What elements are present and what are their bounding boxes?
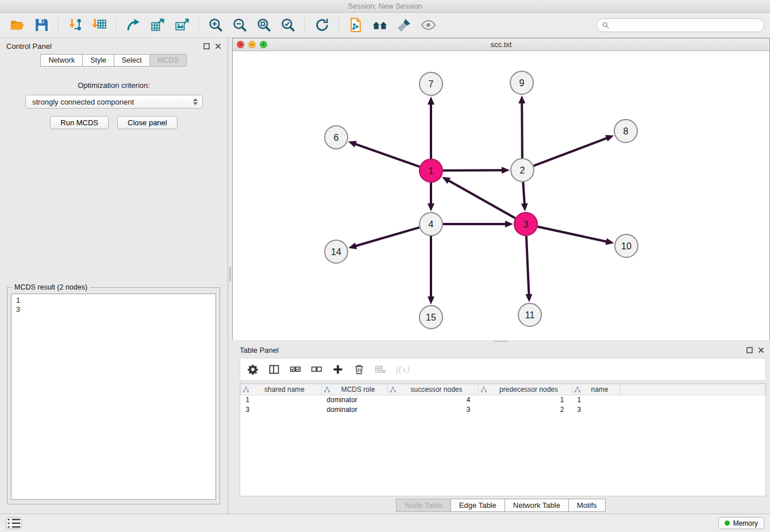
mcds-result-title: MCDS result (2 nodes) <box>12 283 90 291</box>
float-panel-icon[interactable] <box>203 43 210 49</box>
refresh-layout-button[interactable] <box>310 14 333 36</box>
graph-node-6[interactable]: 6 <box>325 126 348 149</box>
document-share-button[interactable] <box>344 14 367 36</box>
export-image-button[interactable] <box>170 14 193 36</box>
graph-node-14[interactable]: 14 <box>325 240 348 263</box>
graph-edge-2-8[interactable] <box>534 138 608 166</box>
graph-edge-arrowhead <box>605 135 614 141</box>
graph-edge-2-3[interactable] <box>523 182 525 205</box>
export-network-button[interactable] <box>122 14 145 36</box>
column-header-successor-nodes[interactable]: successor nodes <box>388 384 479 395</box>
graph-edge-arrowhead <box>428 296 434 304</box>
graph-edge-1-2[interactable] <box>443 170 503 171</box>
tab-edge-table[interactable]: Edge Table <box>451 499 505 512</box>
style-brush-button[interactable] <box>392 14 415 36</box>
graph-node-4[interactable]: 4 <box>419 213 442 236</box>
zoom-in-button[interactable] <box>204 14 227 36</box>
save-session-button[interactable] <box>30 14 53 36</box>
select-all-button[interactable] <box>290 364 301 375</box>
import-table-button[interactable] <box>88 14 111 36</box>
deselect-all-button[interactable] <box>311 364 322 375</box>
graph-node-1[interactable]: 1 <box>419 159 442 182</box>
tab-mcds[interactable]: MCDS <box>149 54 187 67</box>
graph-edge-3-11[interactable] <box>526 236 529 296</box>
graph-edge-4-14[interactable] <box>355 228 419 246</box>
style-brush-icon <box>396 17 412 33</box>
column-header-predecessor-nodes[interactable]: predecessor nodes <box>479 384 572 395</box>
optimization-criterion-select[interactable]: strongly connected component <box>25 95 203 109</box>
minimize-window-icon[interactable]: − <box>248 41 256 48</box>
memory-button[interactable]: Memory <box>718 517 764 529</box>
save-floppy-icon <box>34 17 49 33</box>
task-history-button[interactable] <box>6 517 22 529</box>
graph-node-3[interactable]: 3 <box>514 213 537 236</box>
show-hide-button[interactable] <box>417 14 440 36</box>
search-input[interactable] <box>612 21 759 29</box>
svg-text:9: 9 <box>519 78 525 88</box>
column-header-shared-name[interactable]: shared name <box>241 384 322 395</box>
tab-select[interactable]: Select <box>114 54 150 67</box>
delete-table-button[interactable] <box>375 364 386 375</box>
mcds-result-list: 13 <box>11 294 216 500</box>
zoom-fit-button[interactable] <box>252 14 275 36</box>
svg-text:1: 1 <box>429 166 434 176</box>
graph-node-2[interactable]: 2 <box>511 159 534 182</box>
tab-style[interactable]: Style <box>82 54 114 67</box>
table-cell: 3 <box>241 405 322 415</box>
show-column-panel-button[interactable] <box>268 364 280 375</box>
table-cell: dominator <box>322 405 388 415</box>
graph-node-7[interactable]: 7 <box>419 72 442 95</box>
export-table-button[interactable] <box>146 14 169 36</box>
graph-node-10[interactable]: 10 <box>615 234 638 257</box>
table-row[interactable]: 1dominator411 <box>241 395 765 405</box>
function-builder-button[interactable]: f(x) <box>396 364 410 375</box>
table-cell: 1 <box>241 395 322 405</box>
close-panel-button[interactable]: Close panel <box>117 116 178 129</box>
zoom-window-icon[interactable]: + <box>260 41 267 48</box>
graph-node-8[interactable]: 8 <box>614 119 637 142</box>
zoom-selected-button[interactable] <box>276 14 299 36</box>
close-panel-icon[interactable] <box>758 347 764 353</box>
run-mcds-button[interactable]: Run MCDS <box>50 116 109 129</box>
table-panel-title: Table Panel <box>240 346 279 354</box>
close-panel-icon[interactable] <box>215 43 221 49</box>
zoom-out-icon <box>232 17 248 33</box>
zoom-out-button[interactable] <box>228 14 251 36</box>
network-graph[interactable]: 7968124314101511 <box>233 51 769 340</box>
tab-network-table[interactable]: Network Table <box>505 499 569 512</box>
panel-splitter-vertical[interactable] <box>228 38 232 514</box>
node-table-area: shared name MCDS role successor nodes pr… <box>240 383 766 496</box>
graph-node-11[interactable]: 11 <box>518 303 541 326</box>
import-network-button[interactable] <box>64 14 87 36</box>
graph-node-9[interactable]: 9 <box>510 71 533 94</box>
first-steps-button[interactable] <box>368 14 391 36</box>
open-session-button[interactable] <box>6 14 29 36</box>
plus-icon <box>332 364 344 375</box>
panel-splitter-horizontal[interactable] <box>232 340 770 342</box>
column-header-name[interactable]: name <box>572 384 621 395</box>
tab-node-table[interactable]: Node Table <box>396 499 451 512</box>
checked-boxes-icon <box>290 364 301 375</box>
graph-node-15[interactable]: 15 <box>419 306 442 329</box>
column-settings-button[interactable] <box>247 364 259 375</box>
tab-motifs[interactable]: Motifs <box>568 499 606 512</box>
graph-edge-1-6[interactable] <box>354 144 419 167</box>
graph-edge-3-1[interactable] <box>448 180 515 218</box>
float-panel-icon[interactable] <box>746 347 753 353</box>
export-image-icon <box>174 17 190 33</box>
close-window-icon[interactable]: × <box>237 41 244 48</box>
table-cell: 2 <box>479 405 572 415</box>
tab-network[interactable]: Network <box>40 54 83 67</box>
graph-edge-2-9[interactable] <box>522 102 522 158</box>
table-panel-header: Table Panel <box>232 342 770 357</box>
column-header-mcds-role[interactable]: MCDS role <box>322 384 388 395</box>
toolbar-separator <box>116 17 117 33</box>
graph-edge-3-10[interactable] <box>538 226 608 242</box>
add-column-button[interactable] <box>332 364 344 375</box>
column-type-icon <box>242 386 249 393</box>
delete-column-button[interactable] <box>353 364 365 375</box>
table-row[interactable]: 3dominator323 <box>241 405 765 415</box>
svg-text:7: 7 <box>429 79 434 89</box>
network-canvas[interactable]: 7968124314101511 <box>233 51 769 340</box>
svg-text:15: 15 <box>426 313 436 322</box>
